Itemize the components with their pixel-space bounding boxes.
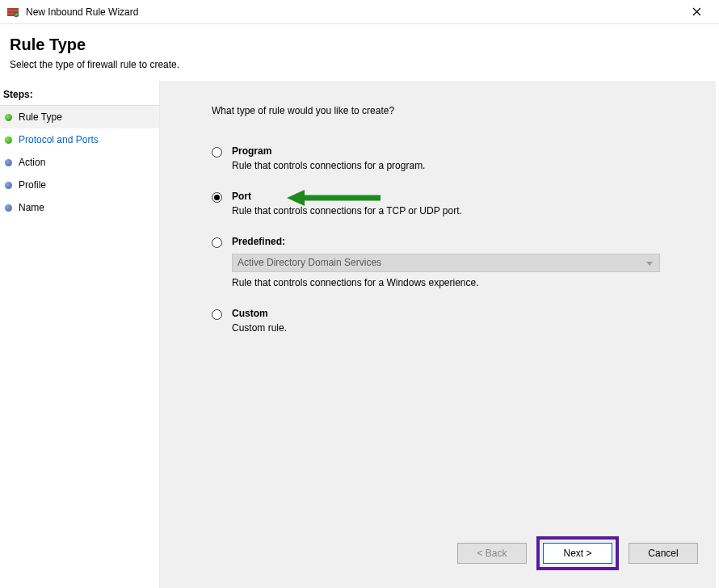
wizard-header: Rule Type Select the type of firewall ru… [0, 24, 719, 78]
radio-custom[interactable] [212, 309, 222, 320]
page-subtitle: Select the type of firewall rule to crea… [10, 59, 706, 70]
rule-type-options: Program Rule that controls connections f… [212, 145, 693, 334]
radio-predefined[interactable] [212, 237, 222, 248]
steps-heading: Steps: [0, 86, 159, 106]
step-bullet-icon [5, 159, 12, 166]
step-rule-type[interactable]: Rule Type [0, 106, 159, 128]
option-port[interactable]: Port Rule that controls connections for … [212, 191, 693, 216]
next-button[interactable]: Next > [543, 543, 612, 564]
option-port-desc: Rule that controls connections for a TCP… [232, 205, 462, 216]
close-button[interactable] [680, 1, 713, 23]
option-program[interactable]: Program Rule that controls connections f… [212, 145, 693, 171]
option-predefined-desc: Rule that controls connections for a Win… [232, 277, 660, 288]
svg-rect-1 [7, 8, 19, 10]
option-predefined[interactable]: Predefined: Active Directory Domain Serv… [212, 236, 693, 288]
wizard-body: Steps: Rule Type Protocol and Ports Acti… [0, 81, 716, 588]
step-label: Rule Type [19, 111, 62, 123]
cancel-button[interactable]: Cancel [629, 543, 698, 564]
wizard-main: What type of rule would you like to crea… [160, 81, 716, 588]
option-custom[interactable]: Custom Custom rule. [212, 308, 693, 334]
step-bullet-icon [5, 136, 12, 144]
radio-port[interactable] [212, 192, 222, 203]
step-name[interactable]: Name [0, 196, 159, 219]
step-label: Action [19, 157, 45, 168]
radio-program[interactable] [212, 147, 222, 158]
step-label: Name [19, 202, 44, 213]
step-profile[interactable]: Profile [0, 174, 159, 196]
step-bullet-icon [5, 204, 12, 212]
title-bar: New Inbound Rule Wizard [0, 0, 719, 24]
steps-sidebar: Steps: Rule Type Protocol and Ports Acti… [0, 81, 160, 588]
wizard-footer: < Back Next > Cancel [457, 536, 698, 570]
option-custom-title: Custom [232, 308, 287, 319]
window-title: New Inbound Rule Wizard [26, 6, 680, 18]
firewall-icon [6, 6, 19, 19]
step-label: Profile [19, 179, 46, 191]
step-protocol-and-ports[interactable]: Protocol and Ports [0, 128, 159, 151]
option-port-title: Port [232, 191, 462, 202]
option-program-desc: Rule that controls connections for a pro… [232, 160, 425, 171]
option-program-title: Program [232, 145, 425, 157]
predefined-select[interactable]: Active Directory Domain Services [232, 254, 660, 272]
step-action[interactable]: Action [0, 151, 159, 174]
annotation-highlight: Next > [536, 536, 619, 570]
page-title: Rule Type [10, 36, 706, 54]
back-button: < Back [457, 543, 527, 564]
predefined-select-value: Active Directory Domain Services [238, 257, 381, 268]
step-label: Protocol and Ports [19, 134, 99, 145]
step-bullet-icon [5, 114, 12, 121]
option-custom-desc: Custom rule. [232, 322, 287, 334]
rule-type-question: What type of rule would you like to crea… [212, 105, 693, 116]
step-bullet-icon [5, 182, 12, 189]
option-predefined-title: Predefined: [232, 236, 660, 247]
